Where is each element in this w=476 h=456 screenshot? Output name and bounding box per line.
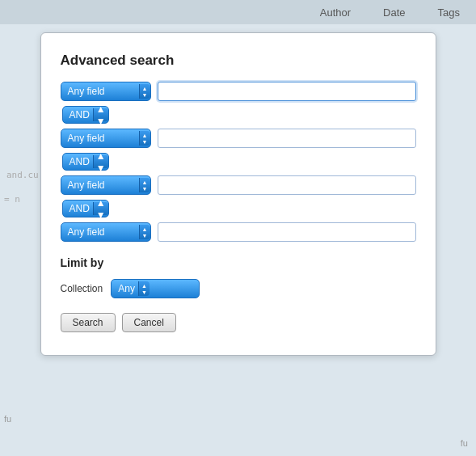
search-input-1[interactable] — [158, 82, 416, 101]
modal-title: Advanced search — [61, 53, 416, 69]
field-select-1-label: Any field — [68, 86, 136, 97]
operator-row-2: AND ▲ ▼ — [62, 153, 416, 171]
limit-row: Collection Any ▲ ▼ — [61, 279, 416, 298]
op-arrow-down-1: ▼ — [96, 116, 106, 127]
bg-code-text2: = n — [4, 194, 20, 205]
field-select-3[interactable]: Any field ▲ ▼ — [61, 175, 151, 195]
field-select-2[interactable]: Any field ▲ ▼ — [61, 129, 151, 148]
arrow-down-icon-2: ▼ — [142, 139, 148, 145]
field-select-4-label: Any field — [68, 226, 136, 238]
collection-select-arrows: ▲ ▼ — [138, 281, 150, 296]
field-select-2-arrows: ▲ ▼ — [139, 131, 150, 146]
operator-select-1[interactable]: AND ▲ ▼ — [62, 106, 109, 124]
coll-arrow-down: ▼ — [141, 289, 147, 295]
operator-select-2-label: AND — [70, 156, 90, 167]
operator-arrows-3: ▲ ▼ — [93, 202, 108, 215]
arrow-down-icon-3: ▼ — [142, 186, 148, 192]
operator-select-3-label: AND — [70, 203, 90, 214]
advanced-search-modal: Advanced search Any field ▲ ▼ AND ▲ ▼ — [40, 32, 436, 356]
operator-select-1-label: AND — [70, 109, 90, 120]
search-row-3: Any field ▲ ▼ — [61, 175, 416, 195]
date-column-header: Date — [383, 6, 405, 19]
field-select-1-arrows: ▲ ▼ — [139, 84, 150, 99]
operator-arrows-1: ▲ ▼ — [93, 108, 108, 121]
author-column-header: Author — [320, 6, 351, 19]
search-row-1: Any field ▲ ▼ — [61, 82, 416, 101]
op-arrow-up-1: ▲ — [96, 103, 106, 115]
op-arrow-up-2: ▲ — [96, 150, 106, 162]
op-arrow-down-2: ▼ — [96, 163, 106, 174]
arrow-up-icon-4: ▲ — [142, 226, 148, 232]
arrow-down-icon-4: ▼ — [142, 233, 148, 239]
tags-column-header: Tags — [438, 6, 460, 19]
operator-select-3[interactable]: AND ▲ ▼ — [62, 200, 109, 217]
limit-by-title: Limit by — [61, 256, 416, 269]
search-input-4[interactable] — [158, 222, 416, 242]
field-select-3-label: Any field — [68, 179, 136, 191]
operator-row-3: AND ▲ ▼ — [62, 200, 416, 217]
modal-overlay: Advanced search Any field ▲ ▼ AND ▲ ▼ — [24, 24, 452, 436]
search-button[interactable]: Search — [61, 313, 116, 332]
operator-select-2[interactable]: AND ▲ ▼ — [62, 153, 109, 171]
operator-arrows-2: ▲ ▼ — [93, 155, 108, 168]
field-select-4-arrows: ▲ ▼ — [139, 225, 150, 239]
collection-select-label: Any — [118, 283, 135, 294]
cancel-button[interactable]: Cancel — [122, 313, 176, 332]
operator-row-1: AND ▲ ▼ — [62, 106, 416, 124]
arrow-up-icon: ▲ — [142, 86, 148, 91]
collection-select[interactable]: Any ▲ ▼ — [111, 279, 200, 298]
field-select-3-arrows: ▲ ▼ — [139, 178, 150, 192]
field-select-2-label: Any field — [68, 133, 136, 144]
search-row-2: Any field ▲ ▼ — [61, 129, 416, 148]
action-row: Search Cancel — [61, 313, 416, 332]
search-input-3[interactable] — [158, 175, 416, 195]
arrow-up-icon-2: ▲ — [142, 133, 148, 138]
arrow-up-icon-3: ▲ — [142, 179, 148, 185]
collection-label: Collection — [61, 283, 103, 294]
op-arrow-down-3: ▼ — [96, 209, 106, 221]
op-arrow-up-3: ▲ — [96, 197, 106, 209]
field-select-1[interactable]: Any field ▲ ▼ — [61, 82, 151, 101]
bg-bottom-right: fu — [461, 438, 468, 448]
search-row-4: Any field ▲ ▼ — [61, 222, 416, 242]
bg-bottom-left: fu — [4, 414, 11, 424]
search-input-2[interactable] — [158, 129, 416, 148]
arrow-down-icon: ▼ — [142, 92, 148, 98]
coll-arrow-up: ▲ — [141, 283, 147, 289]
field-select-4[interactable]: Any field ▲ ▼ — [61, 222, 151, 242]
